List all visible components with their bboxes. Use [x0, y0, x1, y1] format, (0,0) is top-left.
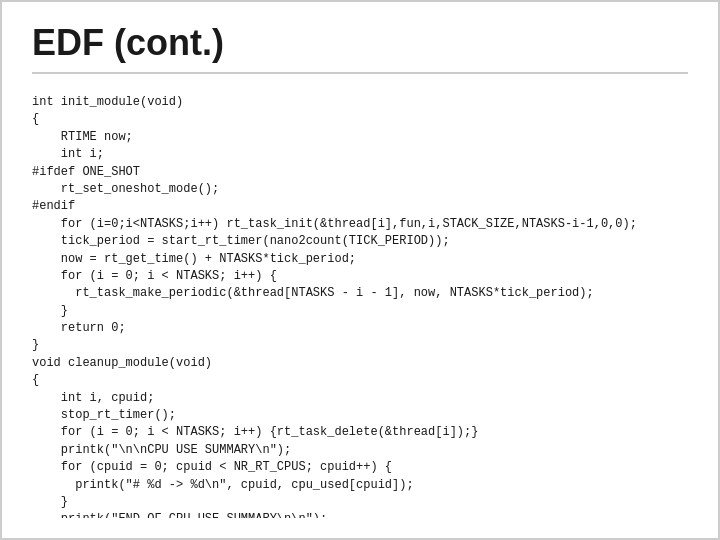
slide-title: EDF (cont.): [32, 22, 688, 74]
slide-container: EDF (cont.) int init_module(void) { RTIM…: [0, 0, 720, 540]
code-block: int init_module(void) { RTIME now; int i…: [32, 94, 688, 518]
